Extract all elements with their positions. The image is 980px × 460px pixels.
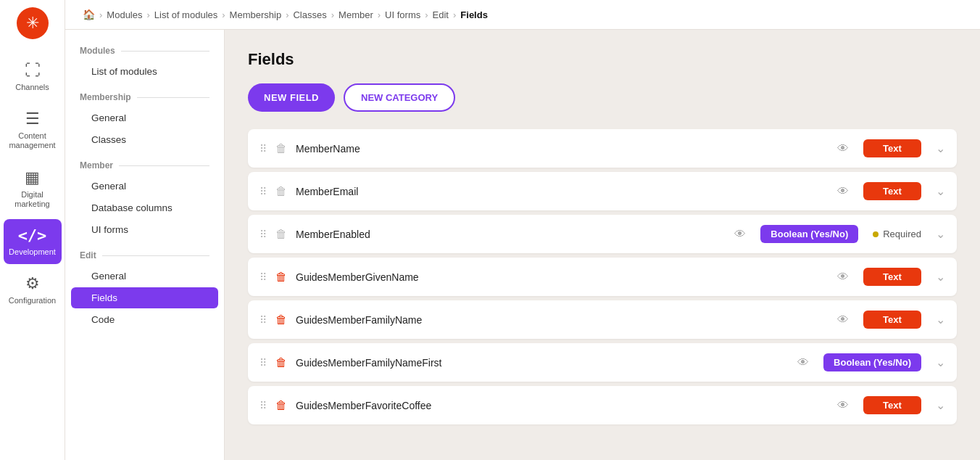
delete-icon[interactable]: 🗑 — [275, 228, 287, 241]
expand-icon[interactable]: ⌄ — [936, 141, 945, 155]
page-content: Fields NEW FIELD NEW CATEGORY ⠿ 🗑 Member… — [225, 30, 980, 460]
table-row: ⠿ 🗑 MemberEmail 👁 Text ⌄ — [248, 172, 957, 210]
new-field-button[interactable]: NEW FIELD — [248, 83, 335, 112]
required-label: Required — [883, 229, 921, 239]
visibility-icon[interactable]: 👁 — [837, 142, 849, 155]
nav-item-development[interactable]: </> Development — [4, 219, 62, 264]
drag-handle-icon[interactable]: ⠿ — [259, 400, 267, 411]
drag-handle-icon[interactable]: ⠿ — [259, 271, 267, 283]
sidebar-item-general-member[interactable]: General — [71, 176, 218, 197]
drag-handle-icon[interactable]: ⠿ — [259, 314, 267, 326]
breadcrumb-edit[interactable]: Edit — [433, 9, 449, 20]
field-name: MemberEmail — [296, 186, 829, 197]
delete-icon[interactable]: 🗑 — [275, 271, 287, 284]
sidebar-item-classes[interactable]: Classes — [71, 129, 218, 150]
sidebar-section-member: Member — [65, 156, 224, 175]
sidebar-item-general-membership[interactable]: General — [71, 107, 218, 128]
type-badge: Boolean (Yes/No) — [823, 353, 921, 371]
expand-icon[interactable]: ⌄ — [936, 184, 945, 198]
delete-icon[interactable]: 🗑 — [275, 185, 287, 198]
drag-handle-icon[interactable]: ⠿ — [259, 229, 267, 240]
type-badge: Text — [863, 139, 921, 157]
expand-icon[interactable]: ⌄ — [936, 313, 945, 326]
drag-handle-icon[interactable]: ⠿ — [259, 186, 267, 197]
breadcrumb-modules[interactable]: Modules — [107, 9, 142, 20]
visibility-icon[interactable]: 👁 — [837, 185, 849, 198]
table-row: ⠿ 🗑 GuidesMemberFamilyName 👁 Text ⌄ — [248, 300, 957, 339]
nav-label-configuration: Configuration — [9, 296, 56, 305]
type-badge: Text — [863, 182, 921, 200]
drag-handle-icon[interactable]: ⠿ — [259, 143, 267, 155]
table-row: ⠿ 🗑 GuidesMemberGivenName 👁 Text ⌄ — [248, 258, 957, 296]
channels-icon: ⛶ — [25, 61, 41, 80]
required-indicator: Required — [873, 229, 921, 239]
required-dot-icon — [873, 231, 879, 237]
expand-icon[interactable]: ⌄ — [936, 356, 945, 369]
breadcrumb-membership[interactable]: Membership — [230, 9, 282, 20]
delete-icon[interactable]: 🗑 — [275, 356, 287, 369]
sidebar-section-modules: Modules — [65, 41, 224, 60]
type-badge: Text — [863, 268, 921, 286]
sidebar-item-code[interactable]: Code — [71, 309, 218, 330]
breadcrumb-list-of-modules[interactable]: List of modules — [154, 9, 217, 20]
field-name: GuidesMemberFavoriteCoffee — [296, 400, 829, 411]
nav-label-digital: Digital marketing — [9, 190, 56, 209]
sidebar-item-general-edit[interactable]: General — [71, 266, 218, 287]
field-name: GuidesMemberFamilyName — [296, 314, 829, 326]
field-name: GuidesMemberFamilyNameFirst — [296, 357, 789, 369]
visibility-icon[interactable]: 👁 — [837, 271, 849, 284]
drag-handle-icon[interactable]: ⠿ — [259, 357, 267, 369]
sidebar: Modules List of modules Membership Gener… — [65, 30, 225, 460]
table-row: ⠿ 🗑 GuidesMemberFavoriteCoffee 👁 Text ⌄ — [248, 386, 957, 424]
content-icon: ☰ — [25, 110, 40, 128]
breadcrumb-ui-forms[interactable]: UI forms — [385, 9, 420, 20]
nav-label-channels: Channels — [15, 83, 49, 92]
sidebar-item-fields[interactable]: Fields — [71, 287, 218, 308]
sidebar-item-database-columns[interactable]: Database columns — [71, 197, 218, 218]
nav-item-content[interactable]: ☰ Content management — [4, 102, 62, 157]
delete-icon[interactable]: 🗑 — [275, 399, 287, 412]
delete-icon[interactable]: 🗑 — [275, 313, 287, 326]
delete-icon[interactable]: 🗑 — [275, 142, 287, 155]
nav-item-configuration[interactable]: ⚙ Configuration — [4, 267, 62, 313]
nav-item-channels[interactable]: ⛶ Channels — [4, 54, 62, 99]
visibility-icon[interactable]: 👁 — [797, 356, 809, 369]
nav-label-content: Content management — [9, 131, 55, 150]
field-name: MemberName — [296, 143, 829, 155]
logo-icon: ✳ — [26, 14, 39, 33]
table-row: ⠿ 🗑 GuidesMemberFamilyNameFirst 👁 Boolea… — [248, 343, 957, 382]
content-area: Modules List of modules Membership Gener… — [65, 30, 980, 460]
sidebar-item-ui-forms[interactable]: UI forms — [71, 219, 218, 240]
nav-item-digital[interactable]: ▦ Digital marketing — [4, 161, 62, 216]
sidebar-item-list-of-modules[interactable]: List of modules — [71, 61, 218, 82]
type-badge: Text — [863, 311, 921, 329]
sidebar-section-membership: Membership — [65, 88, 224, 107]
fields-list: ⠿ 🗑 MemberName 👁 Text ⌄ ⠿ 🗑 MemberEmail … — [248, 129, 957, 424]
expand-icon[interactable]: ⌄ — [936, 398, 945, 412]
page-title: Fields — [248, 50, 957, 69]
type-badge: Boolean (Yes/No) — [760, 225, 858, 243]
visibility-icon[interactable]: 👁 — [734, 228, 746, 241]
app-logo: ✳ — [17, 7, 49, 39]
configuration-icon: ⚙ — [25, 274, 40, 293]
visibility-icon[interactable]: 👁 — [837, 313, 849, 326]
visibility-icon[interactable]: 👁 — [837, 399, 849, 412]
table-row: ⠿ 🗑 MemberName 👁 Text ⌄ — [248, 129, 957, 168]
table-row: ⠿ 🗑 MemberEnabled 👁 Boolean (Yes/No) Req… — [248, 215, 957, 253]
breadcrumb-fields: Fields — [460, 9, 488, 20]
breadcrumb: 🏠 › Modules › List of modules › Membersh… — [65, 0, 980, 30]
type-badge: Text — [863, 396, 921, 414]
expand-icon[interactable]: ⌄ — [936, 227, 945, 241]
breadcrumb-member[interactable]: Member — [339, 9, 373, 20]
development-icon: </> — [18, 226, 47, 245]
toolbar: NEW FIELD NEW CATEGORY — [248, 83, 957, 112]
expand-icon[interactable]: ⌄ — [936, 270, 945, 284]
new-category-button[interactable]: NEW CATEGORY — [344, 83, 455, 112]
main-area: 🏠 › Modules › List of modules › Membersh… — [65, 0, 980, 460]
digital-icon: ▦ — [25, 168, 40, 187]
sidebar-section-edit: Edit — [65, 246, 224, 265]
nav-label-development: Development — [9, 247, 56, 257]
breadcrumb-classes[interactable]: Classes — [293, 9, 326, 20]
home-icon[interactable]: 🏠 — [83, 9, 95, 20]
field-name: MemberEnabled — [296, 229, 726, 240]
